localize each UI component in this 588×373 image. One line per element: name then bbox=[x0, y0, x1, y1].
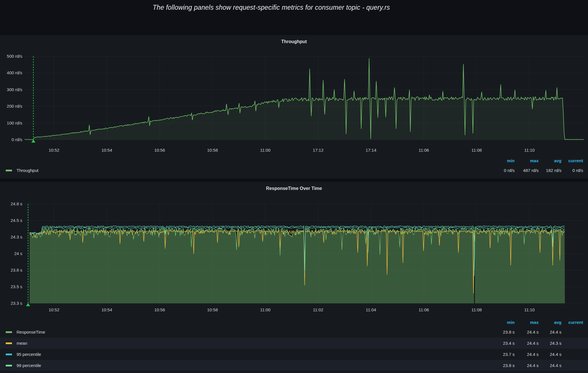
legend-stat-header-current[interactable]: current bbox=[561, 158, 583, 163]
y-axis-label: 200 rd/s bbox=[7, 104, 22, 109]
legend-stat-value-avg: 24.3 s bbox=[539, 341, 561, 346]
y-axis-label: 300 rd/s bbox=[7, 87, 22, 92]
legend-row-responsetime: ResponseTime23.8 s24.4 s24.4 s bbox=[0, 326, 588, 338]
x-axis-label: 11:06 bbox=[419, 148, 429, 153]
legend-stat-value-max: 24.4 s bbox=[515, 352, 539, 357]
y-axis-label: 23.5 s bbox=[11, 284, 22, 289]
x-axis-label: 10:58 bbox=[207, 307, 218, 312]
legend-stat-value-min: 0 rd/s bbox=[489, 168, 515, 173]
panel-responsetime: ResponseTime Over Time 24.8 s24.5 s24.3 … bbox=[0, 182, 588, 373]
legend-series-label[interactable]: mean bbox=[17, 341, 27, 346]
legend-swatch-icon bbox=[6, 170, 12, 171]
legend-series-label[interactable]: 99 percentile bbox=[17, 363, 41, 368]
throughput-legend: minmaxavgcurrentThroughput0 rd/s487 rd/s… bbox=[0, 156, 588, 176]
y-axis-label: 500 rd/s bbox=[7, 54, 22, 59]
legend-stat-value-current bbox=[561, 341, 583, 346]
panel-throughput: Throughput 500 rd/s400 rd/s300 rd/s200 r… bbox=[0, 35, 588, 179]
y-axis-label: 100 rd/s bbox=[7, 121, 22, 125]
legend-stat-value-current: 0 rd/s bbox=[561, 168, 583, 173]
legend-stat-value-current bbox=[561, 330, 583, 334]
series-fill-throughput bbox=[25, 59, 584, 140]
x-axis-label: 11:10 bbox=[524, 307, 535, 312]
y-axis-label: 24.8 s bbox=[11, 201, 22, 206]
grafana-dashboard: The following panels show request-specif… bbox=[0, 0, 588, 373]
x-axis-label: 10:52 bbox=[49, 307, 59, 312]
x-axis-label: 17:12 bbox=[313, 148, 324, 153]
legend-series-label[interactable]: 95 percentile bbox=[17, 352, 41, 357]
legend-stat-header-avg[interactable]: avg bbox=[539, 158, 561, 163]
responsetime-legend: minmaxavgcurrentResponseTime23.8 s24.4 s… bbox=[0, 318, 588, 371]
legend-stat-header-max[interactable]: max bbox=[515, 158, 539, 163]
legend-row-95-percentile: 95 percentile23.7 s24.4 s24.4 s bbox=[0, 349, 588, 360]
legend-header-row: minmaxavgcurrent bbox=[0, 318, 588, 326]
x-axis-label: 11:08 bbox=[471, 307, 482, 312]
y-axis-label: 0 rd/s bbox=[11, 137, 22, 142]
y-axis-label: 23.8 s bbox=[11, 268, 22, 272]
legend-stat-header-min[interactable]: min bbox=[489, 158, 515, 163]
legend-swatch-icon bbox=[6, 331, 12, 333]
annotation-marker-icon[interactable] bbox=[26, 303, 30, 306]
legend-stat-value-current bbox=[561, 363, 583, 368]
legend-row-99-percentile: 99 percentile23.8 s24.4 s24.4 s bbox=[0, 360, 588, 371]
x-axis-label: 11:02 bbox=[313, 307, 323, 312]
x-axis-label: 10:58 bbox=[207, 148, 218, 153]
legend-row-mean: mean23.4 s24.4 s24.3 s bbox=[0, 338, 588, 349]
legend-stat-value-avg: 182 rd/s bbox=[539, 168, 561, 173]
x-axis-label: 11:00 bbox=[260, 148, 270, 153]
legend-stat-value-min: 23.8 s bbox=[489, 330, 515, 334]
legend-stat-value-min: 23.7 s bbox=[489, 352, 515, 357]
legend-stat-header-max[interactable]: max bbox=[515, 320, 539, 325]
x-axis-label: 11:00 bbox=[260, 307, 270, 312]
legend-stat-value-max: 487 rd/s bbox=[515, 168, 539, 173]
x-axis-label: 10:54 bbox=[101, 307, 112, 312]
legend-swatch-icon bbox=[6, 354, 12, 355]
y-axis-label: 24 s bbox=[14, 251, 22, 256]
legend-stat-value-min: 23.4 s bbox=[489, 341, 515, 346]
x-axis-label: 11:04 bbox=[366, 307, 376, 312]
legend-stat-header-min[interactable]: min bbox=[489, 320, 515, 325]
legend-stat-value-avg: 24.4 s bbox=[539, 352, 561, 357]
legend-series-label[interactable]: ResponseTime bbox=[17, 330, 45, 334]
legend-stat-value-max: 24.4 s bbox=[515, 330, 539, 334]
legend-stat-value-min: 23.8 s bbox=[489, 363, 515, 368]
legend-stat-value-avg: 24.4 s bbox=[539, 363, 561, 368]
y-axis-label: 400 rd/s bbox=[7, 70, 22, 75]
legend-swatch-icon bbox=[6, 342, 12, 344]
legend-stat-header-avg[interactable]: avg bbox=[539, 320, 561, 325]
x-axis-label: 10:54 bbox=[101, 148, 112, 153]
y-axis-label: 24.5 s bbox=[11, 218, 22, 223]
x-axis-label: 11:08 bbox=[471, 148, 482, 153]
y-axis-label: 24.3 s bbox=[11, 234, 22, 239]
legend-stat-value-max: 24.4 s bbox=[515, 363, 539, 368]
x-axis-label: 17:14 bbox=[366, 148, 376, 153]
dashboard-title: The following panels show request-specif… bbox=[0, 4, 543, 11]
legend-series-label[interactable]: Throughput bbox=[17, 168, 39, 173]
legend-header-row: minmaxavgcurrent bbox=[0, 156, 588, 165]
x-axis-label: 10:52 bbox=[49, 148, 59, 153]
y-axis-label: 23.3 s bbox=[11, 301, 22, 306]
legend-stat-value-max: 24.4 s bbox=[515, 341, 539, 346]
x-axis-label: 10:56 bbox=[154, 307, 165, 312]
legend-stat-value-current bbox=[561, 352, 583, 357]
x-axis-label: 11:10 bbox=[524, 148, 535, 153]
series-fill-responsetime bbox=[30, 228, 565, 303]
legend-row-throughput: Throughput0 rd/s487 rd/s182 rd/s0 rd/s bbox=[0, 165, 588, 176]
x-axis-label: 10:56 bbox=[154, 148, 165, 153]
x-axis-label: 11:06 bbox=[419, 307, 429, 312]
legend-stat-header-current[interactable]: current bbox=[561, 320, 583, 325]
dashboard-header: The following panels show request-specif… bbox=[0, 0, 588, 35]
legend-stat-value-avg: 24.4 s bbox=[539, 330, 561, 334]
legend-swatch-icon bbox=[6, 365, 12, 366]
